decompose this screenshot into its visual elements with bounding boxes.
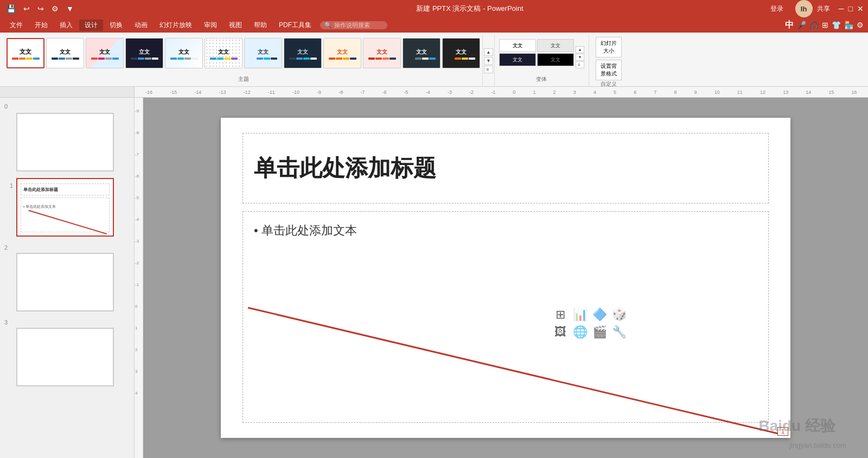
search-box[interactable]: 🔍 <box>320 21 387 29</box>
menu-transitions[interactable]: 切换 <box>104 20 128 31</box>
slide-thumb-wrap-2 <box>0 253 134 311</box>
theme-2[interactable]: 文文 <box>46 38 84 68</box>
window-title: 新建 PPTX 演示文稿 - PowerPoint <box>76 4 864 14</box>
menu-review[interactable]: 审阅 <box>199 20 222 31</box>
slide-size-button[interactable]: 幻灯片大小 <box>596 37 622 58</box>
menu-home[interactable]: 开始 <box>29 20 53 31</box>
menu-bar: 文件 开始 插入 设计 切换 动画 幻灯片放映 审阅 视图 帮助 PDF工具集 … <box>0 17 868 33</box>
variant-1[interactable]: 文文 <box>499 39 536 52</box>
headphone-icon[interactable]: 🎧 <box>809 21 819 29</box>
theme-11[interactable]: 文文 <box>403 38 441 68</box>
dropdown-arrow-icon[interactable]: ▼ <box>64 3 76 14</box>
slide-thumb-wrap-1 <box>0 113 134 171</box>
menu-design[interactable]: 设计 <box>79 20 103 31</box>
slide-thumb-3[interactable] <box>16 328 114 386</box>
variant-more-icon[interactable]: ≡ <box>576 61 584 68</box>
slide-label-0: 0 <box>0 102 134 111</box>
slide-canvas: 单击此处添加标题 • 单击此处添加文本 ⊞ 📊 🔷 🎲 🖼 🌐 🎬 🔧 <box>221 118 790 438</box>
scroll-up-icon[interactable]: ▲ <box>484 48 493 56</box>
insert-3d-icon[interactable]: 🎲 <box>611 308 627 322</box>
title-placeholder[interactable]: 单击此处添加标题 <box>242 133 769 203</box>
undo-icon[interactable]: ↩ <box>21 3 32 14</box>
scroll-down-icon[interactable]: ▼ <box>484 57 493 65</box>
insert-more-icon[interactable]: 🔧 <box>611 325 627 339</box>
custom-section: 幻灯片大小 设置背景格式 自定义 <box>589 35 628 86</box>
store-icon[interactable]: 🏪 <box>844 21 853 29</box>
slide-label-3: 3 <box>0 318 134 328</box>
theme-7[interactable]: 文文 <box>244 38 282 68</box>
user-avatar: Ih <box>795 0 813 17</box>
microphone-icon[interactable]: 🎤 <box>797 21 806 29</box>
share-button[interactable]: 共享 <box>817 4 830 14</box>
insert-table-icon[interactable]: ⊞ <box>552 308 569 322</box>
baidu-sub-watermark: jingyan.baidu.com <box>789 441 846 449</box>
page-number-badge: 1 <box>777 427 788 436</box>
slide-label-2: 2 <box>0 243 134 253</box>
title-text: 单击此处添加标题 <box>254 153 436 183</box>
theme-section-label: 主题 <box>238 75 249 83</box>
scroll-more-icon[interactable]: ≡ <box>484 66 493 73</box>
horizontal-ruler: -16-15-14-13-12-11-10-9-8-7-6-5-4-3-2-10… <box>0 87 868 98</box>
variant-2[interactable]: 文文 <box>537 39 574 52</box>
minimize-button[interactable]: ─ <box>839 4 844 13</box>
canvas-area: 单击此处添加标题 • 单击此处添加文本 ⊞ 📊 🔷 🎲 🖼 🌐 🎬 🔧 <box>143 98 868 458</box>
slide-thumb-2[interactable] <box>16 253 114 311</box>
quick-access-icon[interactable]: ⚙ <box>49 3 61 14</box>
redo-icon[interactable]: ↪ <box>35 3 46 14</box>
close-button[interactable]: ✕ <box>857 4 864 13</box>
ruler-scale: -16-15-14-13-12-11-10-9-8-7-6-5-4-3-2-10… <box>135 87 868 97</box>
shirt-icon[interactable]: 👕 <box>832 21 841 29</box>
theme-5[interactable]: 文文 <box>165 38 203 68</box>
menu-pdf[interactable]: PDF工具集 <box>273 20 317 31</box>
variant-4[interactable]: 文文 <box>537 53 574 66</box>
slide-panel: 0 1 单击此处添加标题 • 单击此处添加文本 <box>0 98 135 458</box>
theme-9[interactable]: 文文 <box>323 38 361 68</box>
variant-3[interactable]: 文文 <box>499 53 536 66</box>
title-bar: 💾 ↩ ↪ ⚙ ▼ 新建 PPTX 演示文稿 - PowerPoint 登录 I… <box>0 0 868 17</box>
insert-picture-icon[interactable]: 🖼 <box>552 325 569 339</box>
maximize-button[interactable]: □ <box>848 4 853 13</box>
insert-chart-icon[interactable]: 📊 <box>572 308 588 322</box>
ruler-numbers: -16-15-14-13-12-11-10-9-8-7-6-5-4-3-2-10… <box>135 90 868 95</box>
menu-animations[interactable]: 动画 <box>129 20 153 31</box>
ruler-corner <box>0 87 135 97</box>
theme-4[interactable]: 立文 <box>125 38 163 68</box>
variant-scroll-up-icon[interactable]: ▲ <box>576 46 584 53</box>
slide-thumb-wrap-active: 1 单击此处添加标题 • 单击此处添加文本 <box>0 178 134 237</box>
search-input[interactable] <box>334 22 383 28</box>
variant-section-label: 变体 <box>536 75 547 84</box>
icon1[interactable]: 中 <box>785 20 794 31</box>
ribbon: 文文 文文 <box>0 33 868 87</box>
grid-icon[interactable]: ⊞ <box>822 21 828 29</box>
theme-12[interactable]: 文文 <box>442 38 480 68</box>
slide-thumb-wrap-3 <box>0 328 134 386</box>
save-icon[interactable]: 💾 <box>4 3 18 14</box>
variants-section: 文文 文文 文文 文文 ▲ ▼ ≡ 变体 <box>495 35 589 86</box>
theme-10[interactable]: 文文 <box>363 38 401 68</box>
login-button[interactable]: 登录 <box>763 3 791 15</box>
menu-help[interactable]: 帮助 <box>248 20 272 31</box>
slide-thumb-1[interactable] <box>16 113 114 171</box>
slide-num-active: 1 <box>4 182 13 189</box>
theme-3[interactable]: 文文 <box>86 38 124 68</box>
insert-smartart-icon[interactable]: 🔷 <box>591 308 608 322</box>
content-placeholder[interactable]: • 单击此处添加文本 ⊞ 📊 🔷 🎲 🖼 🌐 🎬 🔧 <box>242 211 769 423</box>
theme-8[interactable]: 文文 <box>284 38 322 68</box>
settings-icon2[interactable]: ⚙ <box>857 21 864 29</box>
theme-1[interactable]: 文文 <box>7 38 44 68</box>
vertical-ruler: -9 -8 -7 -6 -5 -4 -3 -2 -1 0 1 2 3 4 <box>135 98 143 458</box>
vert-ruler-scale: -9 -8 -7 -6 -5 -4 -3 -2 -1 0 1 2 3 4 <box>135 98 143 458</box>
menu-file[interactable]: 文件 <box>4 20 28 31</box>
menu-insert[interactable]: 插入 <box>54 20 78 31</box>
themes-section: 文文 文文 <box>4 35 495 86</box>
insert-video-icon[interactable]: 🎬 <box>591 325 608 339</box>
format-background-button[interactable]: 设置背景格式 <box>596 60 622 80</box>
slide-thumb-active[interactable]: 单击此处添加标题 • 单击此处添加文本 <box>16 178 114 237</box>
menu-view[interactable]: 视图 <box>224 20 247 31</box>
content-text: • 单击此处添加文本 <box>254 222 757 239</box>
menu-slideshow[interactable]: 幻灯片放映 <box>154 20 197 31</box>
theme-6[interactable]: 文文 <box>205 38 242 68</box>
variant-scroll-down-icon[interactable]: ▼ <box>576 54 584 61</box>
content-icons: ⊞ 📊 🔷 🎲 🖼 🌐 🎬 🔧 <box>552 308 627 339</box>
insert-online-icon[interactable]: 🌐 <box>572 325 588 339</box>
